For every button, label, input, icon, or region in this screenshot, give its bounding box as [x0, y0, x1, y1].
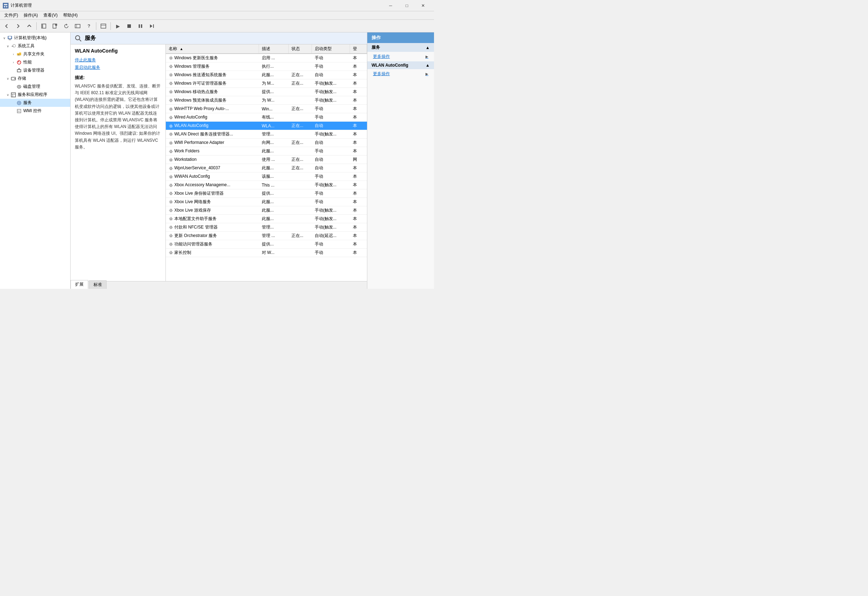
service-status-cell [288, 147, 312, 155]
table-row[interactable]: Xbox Accessory Manageme...This ...手动(触发.… [166, 181, 367, 189]
table-row[interactable]: Xbox Live 身份验证管理器提供...手动本 [166, 189, 367, 198]
forward-button[interactable] [13, 21, 23, 31]
selected-service-name: WLAN AutoConfig [75, 48, 161, 54]
stop-button[interactable] [124, 21, 135, 31]
table-row[interactable]: WLAN Direct 服务连接管理器...管理...手动(触发...本 [166, 130, 367, 139]
menu-help[interactable]: 帮助(H) [60, 12, 80, 19]
actions-more-wlan[interactable]: 更多操作 ▶ [367, 69, 434, 79]
menu-file[interactable]: 文件(F) [1, 12, 21, 19]
service-name-cell: Xbox Live 游戏保存 [166, 206, 259, 215]
step-button[interactable] [146, 21, 157, 31]
sidebar-item-services[interactable]: › 服务 [0, 99, 70, 107]
table-row[interactable]: Workstation使用 ...正在...自动网 [166, 155, 367, 164]
table-row[interactable]: Windows 管理服务执行...手动本 [166, 62, 367, 71]
back-button[interactable] [1, 21, 12, 31]
expand-root[interactable]: ∨ [2, 36, 6, 40]
svg-line-36 [79, 40, 81, 41]
menu-view[interactable]: 查看(V) [41, 12, 60, 19]
svg-point-48 [170, 150, 172, 152]
service-startup-cell: 自动 [312, 155, 350, 164]
menu-bar: 文件(F) 操作(A) 查看(V) 帮助(H) [0, 11, 434, 20]
col-header-desc[interactable]: 描述 [259, 44, 288, 54]
wmi-icon: W [16, 108, 22, 114]
sidebar-item-disk-mgmt[interactable]: › 磁盘管理 [0, 83, 70, 91]
col-header-startup[interactable]: 启动类型 [312, 44, 350, 54]
service-login-cell: 本 [350, 122, 367, 130]
table-row[interactable]: Windows 许可证管理器服务为 M...正在...手动(触发...本 [166, 79, 367, 88]
sidebar: ∨ 计算机管理(本地) ∨ 系统工具 › 共 共享文件夹 › [0, 32, 71, 289]
sidebar-item-shared-folders[interactable]: › 共 共享文件夹 [0, 50, 70, 58]
sidebar-item-performance[interactable]: › 性能 [0, 58, 70, 66]
table-row[interactable]: 本地配置文件助手服务此服...手动(触发...本 [166, 215, 367, 223]
table-row[interactable]: 更新 Orchestrator 服务管理 ...正在...自动(延迟...本 [166, 232, 367, 240]
actions-services-label: 服务 [371, 44, 380, 50]
table-row[interactable]: Windows 预览体验成员服务为 W...手动(触发...本 [166, 96, 367, 105]
gear-icon [169, 56, 173, 60]
gear-icon [169, 200, 173, 204]
table-row[interactable]: Windows 移动热点服务提供...手动(触发...本 [166, 88, 367, 96]
table-row[interactable]: WinHTTP Web Proxy Auto-...Win...正在...手动本 [166, 105, 367, 113]
minimize-button[interactable]: ─ [383, 0, 399, 11]
table-row[interactable]: 付款和 NFC/SE 管理器管理...手动(触发...本 [166, 223, 367, 232]
up-button[interactable] [24, 21, 35, 31]
service-login-cell: 本 [350, 147, 367, 155]
table-row[interactable]: WWAN AutoConfig该服...手动本 [166, 173, 367, 181]
sidebar-item-device-manager[interactable]: › 设备管理器 [0, 66, 70, 74]
service-name-cell: Windows 管理服务 [166, 62, 259, 71]
refresh-button[interactable] [61, 21, 72, 31]
table-row[interactable]: Windows 推送通知系统服务此服...正在...自动本 [166, 71, 367, 79]
col-header-login[interactable]: 登 [350, 44, 367, 54]
help-button[interactable]: ? [84, 21, 94, 31]
svg-point-49 [170, 159, 172, 161]
tab-standard[interactable]: 标准 [89, 280, 106, 289]
actions-section-services[interactable]: 服务 ▲ [367, 43, 434, 52]
pause-button[interactable] [135, 21, 146, 31]
table-row[interactable]: 家长控制对 W...手动本 [166, 249, 367, 257]
play-button[interactable]: ▶ [112, 21, 123, 31]
sidebar-item-root[interactable]: ∨ 计算机管理(本地) [0, 34, 70, 42]
gear-icon [169, 115, 173, 120]
show-hide-button[interactable] [38, 21, 49, 31]
service-login-cell: 本 [350, 113, 367, 122]
service-desc-cell: 启用 ... [259, 54, 288, 62]
sidebar-item-wmi[interactable]: › W WMI 控件 [0, 107, 70, 115]
expand-services-apps[interactable]: ∨ [6, 93, 10, 97]
service-login-cell: 本 [350, 139, 367, 147]
gear-icon [169, 166, 173, 171]
view-console-button[interactable] [98, 21, 109, 31]
expand-system-tools[interactable]: ∨ [6, 44, 10, 48]
restart-service-link[interactable]: 重启动此服务 [75, 65, 161, 71]
table-row[interactable]: 功能访问管理器服务提供...手动本 [166, 240, 367, 249]
sidebar-item-services-apps[interactable]: ∨ 服务和应用程序 [0, 91, 70, 99]
table-row[interactable]: WpnUserService_40037此服...正在...自动本 [166, 164, 367, 173]
table-row[interactable]: Wired AutoConfig有线...手动本 [166, 113, 367, 122]
col-header-name[interactable]: 名称 ▲ [166, 44, 259, 54]
table-row[interactable]: WLAN AutoConfigWLA...正在...自动本 [166, 122, 367, 130]
table-row[interactable]: Work Folders此服...手动本 [166, 147, 367, 155]
table-row[interactable]: WMI Performance Adapter向网...正在...自动本 [166, 139, 367, 147]
actions-more-services[interactable]: 更多操作 ▶ [367, 52, 434, 61]
table-row[interactable]: Xbox Live 网络服务此服...手动本 [166, 198, 367, 206]
service-desc-cell: 对 W... [259, 249, 288, 257]
export-button[interactable] [50, 21, 60, 31]
col-header-status[interactable]: 状态 [288, 44, 312, 54]
table-row[interactable]: Xbox Live 游戏保存此服...手动(触发...本 [166, 206, 367, 215]
svg-rect-14 [141, 24, 143, 28]
service-startup-cell: 自动 [312, 164, 350, 173]
sidebar-item-system-tools[interactable]: ∨ 系统工具 [0, 42, 70, 50]
stop-service-link[interactable]: 停止此服务 [75, 57, 161, 63]
sidebar-item-storage[interactable]: ∨ 存储 [0, 74, 70, 83]
maximize-button[interactable]: □ [399, 0, 415, 11]
expand-shared[interactable]: › [11, 52, 16, 56]
sidebar-wmi-label: WMI 控件 [23, 108, 41, 114]
tab-extended[interactable]: 扩展 [71, 280, 88, 289]
actions-section-wlan[interactable]: WLAN AutoConfig ▲ [367, 61, 434, 69]
expand-storage[interactable]: ∨ [6, 77, 10, 81]
gear-icon [169, 158, 173, 162]
close-button[interactable]: ✕ [415, 0, 431, 11]
properties-button[interactable] [72, 21, 83, 31]
menu-action[interactable]: 操作(A) [21, 12, 41, 19]
table-row[interactable]: Windows 更新医生服务启用 ...手动本 [166, 54, 367, 62]
expand-perf[interactable]: › [11, 60, 16, 65]
service-startup-cell: 手动(触发... [312, 88, 350, 96]
